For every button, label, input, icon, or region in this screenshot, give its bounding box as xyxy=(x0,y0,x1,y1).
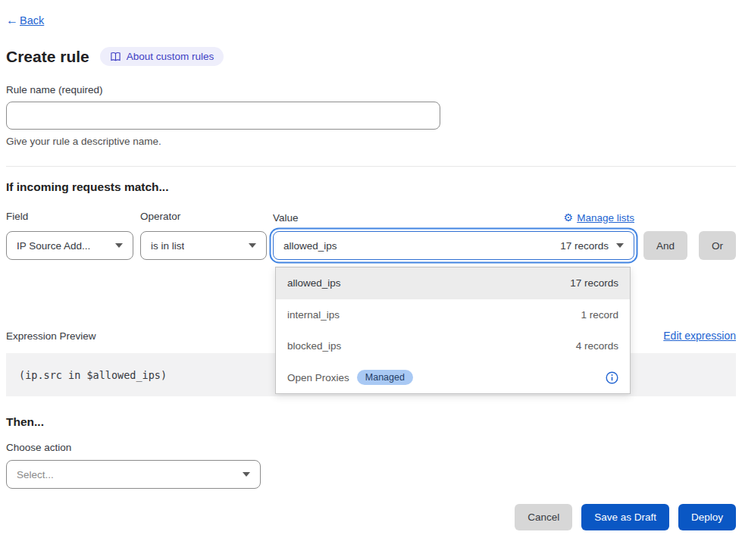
list-item-internal-ips[interactable]: internal_ips 1 record xyxy=(276,299,630,331)
then-heading: Then... xyxy=(6,415,736,429)
manage-lists-label: Manage lists xyxy=(577,212,634,224)
gear-icon: ⚙ xyxy=(564,211,574,224)
list-item-blocked-ips[interactable]: blocked_ips 4 records xyxy=(276,330,630,362)
field-select-value: IP Source Add... xyxy=(17,240,90,252)
edit-expression-link[interactable]: Edit expression xyxy=(663,330,736,342)
book-icon xyxy=(110,52,121,62)
value-combobox[interactable]: allowed_ips 17 records xyxy=(273,231,634,260)
value-records-count: 17 records xyxy=(560,240,609,252)
back-label: Back xyxy=(20,14,44,27)
list-item-name: internal_ips xyxy=(287,309,340,321)
chevron-down-icon xyxy=(249,243,256,248)
operator-select-value: is in list xyxy=(151,240,184,252)
value-combobox-value: allowed_ips xyxy=(283,240,560,252)
field-label: Field xyxy=(6,211,133,224)
choose-action-label: Choose action xyxy=(6,442,736,453)
chevron-down-icon xyxy=(115,243,123,248)
title-row: Create rule About custom rules xyxy=(6,47,736,66)
and-button[interactable]: And xyxy=(643,231,687,260)
match-heading: If incoming requests match... xyxy=(6,180,736,194)
cancel-button[interactable]: Cancel xyxy=(515,504,572,530)
section-divider xyxy=(6,166,736,167)
page-title: Create rule xyxy=(6,48,89,66)
operator-select[interactable]: is in list xyxy=(140,231,267,260)
chevron-down-icon xyxy=(616,243,624,248)
or-button[interactable]: Or xyxy=(699,231,736,260)
list-item-allowed-ips[interactable]: allowed_ips 17 records xyxy=(276,267,630,299)
about-custom-rules-link[interactable]: About custom rules xyxy=(100,47,224,66)
list-item-name: blocked_ips xyxy=(287,340,341,352)
back-arrow-icon: ← xyxy=(6,14,18,27)
field-select[interactable]: IP Source Add... xyxy=(6,231,133,260)
footer-actions: Cancel Save as Draft Deploy xyxy=(6,504,736,530)
manage-lists-link[interactable]: ⚙ Manage lists xyxy=(564,211,634,224)
operator-label: Operator xyxy=(140,211,267,224)
about-badge-label: About custom rules xyxy=(127,51,214,62)
value-label: Value xyxy=(273,212,299,224)
expression-preview-label: Expression Preview xyxy=(6,330,96,342)
chevron-down-icon xyxy=(243,472,250,477)
list-item-name: allowed_ips xyxy=(287,277,341,289)
create-rule-page: ←Back Create rule About custom rules Rul… xyxy=(0,0,742,560)
list-item-records: 4 records xyxy=(576,340,618,352)
list-item-records: 17 records xyxy=(570,277,618,289)
back-link[interactable]: ←Back xyxy=(6,14,44,27)
list-item-open-proxies[interactable]: Open Proxies Managed xyxy=(276,362,630,394)
condition-row: Field IP Source Add... Operator is in li… xyxy=(6,211,736,260)
action-select[interactable]: Select... xyxy=(6,460,261,489)
rule-name-label: Rule name (required) xyxy=(6,84,736,95)
rule-name-input[interactable] xyxy=(6,102,440,130)
list-item-name: Open Proxies xyxy=(287,372,349,383)
rule-name-helper: Give your rule a descriptive name. xyxy=(6,136,736,147)
deploy-button[interactable]: Deploy xyxy=(678,504,736,530)
info-icon[interactable] xyxy=(606,371,618,384)
list-dropdown-panel: allowed_ips 17 records internal_ips 1 re… xyxy=(275,267,631,394)
managed-badge: Managed xyxy=(357,370,413,385)
list-item-records: 1 record xyxy=(581,309,618,321)
action-select-placeholder: Select... xyxy=(17,469,54,480)
save-as-draft-button[interactable]: Save as Draft xyxy=(581,504,669,530)
